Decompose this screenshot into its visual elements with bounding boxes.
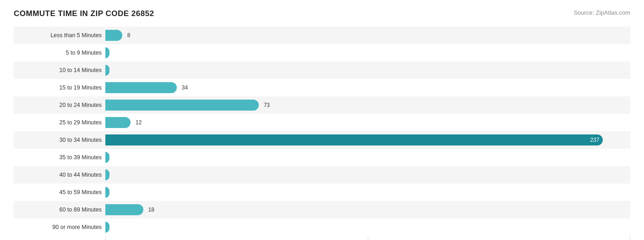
bar-track [105,149,630,166]
bar-row: 5 to 9 Minutes [14,44,630,61]
bar-row: 60 to 89 Minutes18 [14,201,630,218]
bar-track: 18 [105,201,630,218]
bar: 237 [105,134,603,145]
chart-title: COMMUTE TIME IN ZIP CODE 26852 [14,9,154,18]
bar-track: 73 [105,96,630,114]
bar-label: Less than 5 Minutes [14,32,105,39]
bar-row: 20 to 24 Minutes73 [14,96,630,114]
bar-value: 73 [262,102,270,108]
bar-label: 60 to 89 Minutes [14,207,105,213]
bar-value: 34 [180,84,188,91]
bar-label: 35 to 39 Minutes [14,154,105,161]
bar-value: 12 [133,119,142,126]
bar [105,187,109,198]
bar-value: 237 [588,137,599,143]
bar-row: 25 to 29 Minutes12 [14,114,630,131]
bar [105,65,109,76]
bar-label: 45 to 59 Minutes [14,189,105,195]
bar-row: 15 to 19 Minutes34 [14,79,630,96]
bar-label: 30 to 34 Minutes [14,137,105,143]
bar-track: 8 [105,27,630,44]
bar-label: 25 to 29 Minutes [14,119,105,126]
source-label: Source: ZipAtlas.com [573,9,630,16]
bar-label: 90 or more Minutes [14,224,105,230]
bar-value: 18 [146,207,154,213]
bar: 34 [105,82,177,93]
bar-label: 5 to 9 Minutes [14,50,105,56]
bar-row: 35 to 39 Minutes [14,149,630,166]
bar-track [105,184,630,201]
bar-track [105,166,630,184]
bars-container: Less than 5 Minutes85 to 9 Minutes10 to … [14,27,630,240]
bar-track: 34 [105,79,630,96]
bar-row: Less than 5 Minutes8 [14,27,630,44]
bar-label: 40 to 44 Minutes [14,172,105,178]
chart-area: Less than 5 Minutes85 to 9 Minutes10 to … [14,27,630,240]
bar-track: 12 [105,114,630,131]
bar-row: 90 or more Minutes [14,218,630,236]
bar: 73 [105,100,259,111]
bar: 18 [105,204,143,215]
bar: 12 [105,117,131,128]
bar-value: 8 [125,32,131,39]
bar-track: 237 [105,131,630,149]
bar [105,222,109,233]
bar-track [105,61,630,79]
bar [105,152,109,163]
bar-track [105,218,630,236]
bar-label: 10 to 14 Minutes [14,67,105,73]
bar: 8 [105,30,122,41]
bar-row: 10 to 14 Minutes [14,61,630,79]
bar-label: 15 to 19 Minutes [14,84,105,91]
bar-label: 20 to 24 Minutes [14,102,105,108]
bar [105,169,109,180]
bar-row: 40 to 44 Minutes [14,166,630,184]
bar-track [105,44,630,61]
bar-row: 45 to 59 Minutes [14,184,630,201]
bar [105,47,109,58]
bar-row: 30 to 34 Minutes237 [14,131,630,149]
